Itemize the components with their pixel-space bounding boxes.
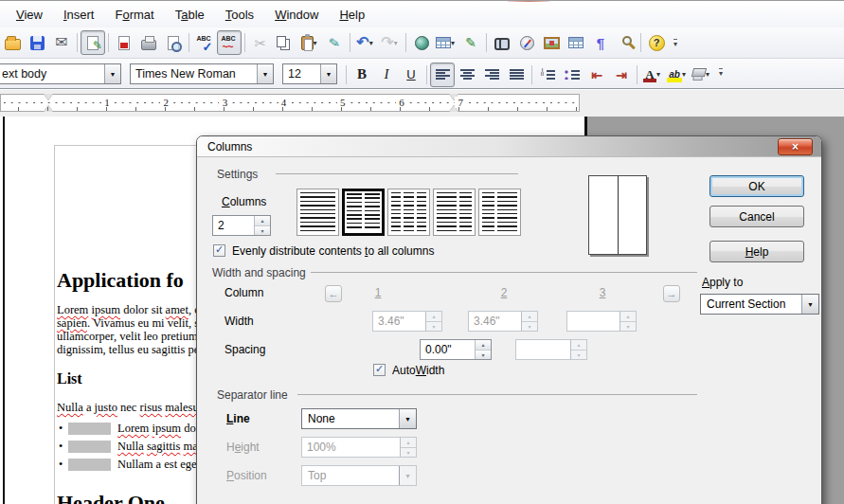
paste-button[interactable]: ▾ bbox=[297, 30, 322, 55]
edit-file-button[interactable] bbox=[81, 30, 105, 55]
separator-height-label: Height bbox=[226, 441, 260, 454]
spellcheck-button[interactable] bbox=[192, 30, 217, 55]
column-nav-right-button[interactable]: → bbox=[663, 285, 680, 302]
align-center-button[interactable] bbox=[455, 63, 479, 87]
menu-view[interactable]: View bbox=[6, 4, 53, 26]
data-sources-button[interactable] bbox=[564, 30, 588, 55]
font-name-combobox[interactable]: Times New Roman ▼ bbox=[130, 63, 274, 84]
close-button[interactable]: × bbox=[778, 138, 813, 155]
formatting-marks-icon: ¶ bbox=[597, 36, 604, 50]
toolbar-separator bbox=[426, 65, 427, 84]
ok-button[interactable]: OK bbox=[709, 175, 804, 197]
draw-functions-button[interactable]: ✎ bbox=[458, 30, 483, 55]
background-color-button[interactable]: ▾ bbox=[690, 63, 714, 87]
menu-insert[interactable]: Insert bbox=[53, 4, 105, 26]
combo-arrow-icon[interactable]: ▼ bbox=[320, 64, 336, 83]
help-icon: ? bbox=[649, 35, 665, 51]
dropdown-arrow-icon[interactable]: ▾ bbox=[368, 39, 375, 47]
menu-window[interactable]: Window bbox=[264, 4, 329, 26]
font-size-combobox[interactable]: 12 ▼ bbox=[282, 63, 337, 84]
numbered-list-button[interactable] bbox=[535, 63, 560, 87]
left-indent-marker[interactable] bbox=[44, 94, 53, 112]
spellcheck-icon bbox=[196, 35, 214, 51]
bold-icon: B bbox=[357, 67, 367, 81]
align-justified-icon bbox=[510, 69, 524, 81]
spin-down-icon: ▾ bbox=[401, 447, 416, 458]
undo-button[interactable]: ↶▾ bbox=[353, 30, 378, 55]
apply-to-combobox[interactable]: Current Section ▼ bbox=[700, 294, 819, 315]
columns-preset-2[interactable] bbox=[342, 189, 385, 236]
combo-arrow-icon[interactable]: ▼ bbox=[104, 64, 120, 83]
toolbar-separator bbox=[637, 65, 637, 84]
column-number-1: 1 bbox=[368, 286, 387, 299]
copy-button[interactable] bbox=[273, 30, 297, 55]
dialog-titlebar[interactable]: Columns × bbox=[197, 136, 821, 157]
italic-button[interactable]: I bbox=[374, 63, 399, 87]
align-left-button[interactable] bbox=[430, 63, 455, 87]
highlighting-button[interactable]: ab▾ bbox=[665, 63, 690, 87]
help-button[interactable]: ? bbox=[644, 30, 669, 55]
hyperlink-button[interactable] bbox=[409, 30, 434, 55]
paragraph-style-combobox[interactable]: ext body ▼ bbox=[0, 63, 121, 84]
bold-button[interactable]: B bbox=[350, 63, 374, 87]
horizontal-ruler[interactable]: 1234567 bbox=[0, 94, 580, 112]
combo-arrow-icon[interactable]: ▼ bbox=[399, 409, 416, 428]
menu-format[interactable]: Format bbox=[104, 4, 164, 26]
spacing-2-spinbox: ▴▾ bbox=[515, 339, 587, 360]
spacing-1-spinbox[interactable]: 0.00" ▴▾ bbox=[420, 339, 492, 360]
toolbar-options-button[interactable]: ▾ bbox=[669, 31, 682, 56]
columns-preset-4[interactable] bbox=[433, 189, 476, 236]
dropdown-arrow-icon[interactable]: ▾ bbox=[449, 39, 457, 47]
navigator-button[interactable] bbox=[514, 30, 539, 55]
page-preview-button[interactable] bbox=[161, 30, 186, 55]
decrease-indent-icon: ⇤ bbox=[591, 68, 602, 81]
table-button[interactable]: ▾ bbox=[434, 30, 458, 55]
increase-indent-button[interactable]: ⇥ bbox=[609, 63, 634, 87]
auto-spellcheck-button[interactable] bbox=[217, 30, 242, 55]
export-pdf-button[interactable] bbox=[112, 30, 136, 55]
columns-preset-1[interactable] bbox=[296, 189, 339, 236]
print-button[interactable] bbox=[136, 30, 161, 55]
combo-arrow-icon[interactable]: ▼ bbox=[801, 295, 818, 314]
columns-count-label: Columns bbox=[222, 195, 266, 208]
align-right-button[interactable] bbox=[479, 63, 504, 87]
width-column1-spinbox: 3.46" ▴▾ bbox=[372, 311, 442, 332]
spin-up-icon: ▴ bbox=[522, 312, 537, 321]
spin-up-icon[interactable]: ▴ bbox=[476, 340, 491, 350]
menu-table[interactable]: Table bbox=[165, 4, 215, 26]
email-icon: ✉ bbox=[55, 35, 67, 50]
column-nav-left-button[interactable]: ← bbox=[325, 285, 342, 302]
toolbar-options-button[interactable]: ▾ bbox=[714, 61, 727, 85]
autowidth-checkbox[interactable]: ✓ bbox=[373, 364, 386, 376]
font-color-button[interactable]: A▾ bbox=[640, 63, 665, 87]
spin-down-icon[interactable]: ▾ bbox=[255, 225, 270, 236]
columns-preset-5[interactable] bbox=[478, 189, 521, 236]
spin-up-icon[interactable]: ▴ bbox=[255, 216, 270, 225]
highlighted-field bbox=[68, 423, 111, 435]
evenly-distribute-checkbox[interactable]: ✓ bbox=[213, 244, 225, 257]
dropdown-arrow-icon[interactable]: ▾ bbox=[392, 39, 400, 47]
align-justified-button[interactable] bbox=[504, 63, 529, 87]
email-button[interactable]: ✉ bbox=[49, 30, 74, 55]
highlighted-field bbox=[68, 441, 111, 453]
columns-count-spinbox[interactable]: 2 ▴▾ bbox=[212, 215, 271, 236]
save-button[interactable] bbox=[25, 30, 49, 55]
combo-arrow-icon[interactable]: ▼ bbox=[257, 64, 273, 83]
help-button[interactable]: Help bbox=[709, 241, 804, 262]
menu-tools[interactable]: Tools bbox=[215, 4, 264, 26]
zoom-button[interactable] bbox=[613, 30, 637, 55]
cancel-button[interactable]: Cancel bbox=[709, 206, 804, 227]
underline-icon: U bbox=[406, 68, 415, 81]
open-button[interactable] bbox=[0, 30, 25, 55]
separator-line-style-combobox[interactable]: None ▼ bbox=[301, 408, 417, 429]
formatting-marks-button[interactable]: ¶ bbox=[588, 30, 613, 55]
spin-down-icon[interactable]: ▾ bbox=[476, 350, 491, 360]
bullet-list-button[interactable] bbox=[560, 63, 584, 87]
decrease-indent-button[interactable]: ⇤ bbox=[584, 63, 609, 87]
underline-button[interactable]: U bbox=[399, 63, 423, 87]
menu-help[interactable]: Help bbox=[329, 4, 375, 26]
clone-formatting-button[interactable]: ✎ bbox=[322, 30, 347, 55]
find-replace-button[interactable] bbox=[490, 30, 514, 55]
gallery-button[interactable] bbox=[539, 30, 564, 55]
columns-preset-3[interactable] bbox=[387, 189, 430, 236]
